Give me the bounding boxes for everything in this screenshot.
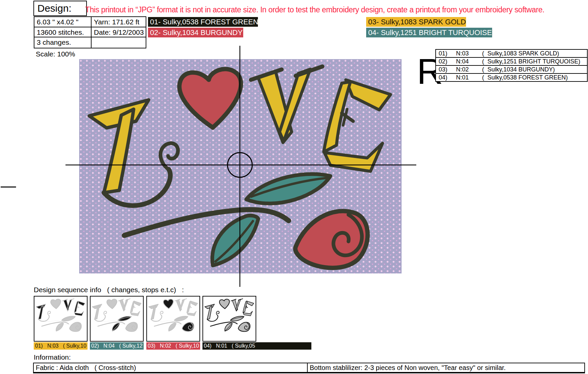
step-label-forest-green: 04) N:01 ( Sulky,05 [202, 342, 311, 350]
sequence-thumbnail-3 [146, 296, 200, 342]
stat-stitches: 13600 stitches. [34, 27, 92, 38]
sequence-thumbnail-2 [90, 296, 144, 342]
sequence-thread: ( Sulky,1083 SPARK GOLD) [482, 50, 587, 57]
sequence-thumbnail-1 [34, 296, 88, 342]
thread-bar-forest-green: 01- Sulky,0538 FOREST GREEN [148, 17, 258, 27]
stat-empty [92, 37, 146, 48]
sequence-needle: N:04 [456, 58, 482, 65]
thumbnail-stage-4-art [203, 298, 256, 337]
sequence-needle: N:03 [456, 50, 482, 57]
stat-date: Date: 9/12/2003 [92, 27, 146, 38]
sequence-row: 01) N:03 ( Sulky,1083 SPARK GOLD) [436, 50, 587, 58]
thumbnail-stage-3-art [147, 298, 199, 337]
stat-changes: 3 changes. [34, 37, 92, 48]
design-stats-table: 6.03 " x4.02 " Yarn: 171.62 ft 13600 sti… [34, 16, 146, 48]
embroidery-preview [79, 59, 402, 273]
design-title-box: Design: [33, 1, 87, 16]
thumbnail-stage-1-art [34, 298, 87, 337]
thumbnail-stage-2-art [91, 298, 143, 337]
design-sequence-info-label: Design sequence info ( changes, stops e.… [34, 286, 184, 294]
information-table: Fabric : Aida cloth ( Cross-stitch) Bott… [33, 363, 585, 373]
sequence-num: 04) [436, 74, 456, 81]
fabric-info: Fabric : Aida cloth ( Cross-stitch) [34, 363, 308, 372]
thread-bar-spark-gold: 03- Sulky,1083 SPARK GOLD [366, 17, 466, 27]
stat-yarn: Yarn: 171.62 ft [92, 17, 146, 27]
love-design-main [79, 59, 402, 273]
design-title: Design: [37, 3, 71, 14]
sequence-num: 02) [436, 58, 456, 65]
stat-size: 6.03 " x4.02 " [34, 17, 92, 27]
sequence-num: 03) [436, 66, 456, 73]
step-label-burgundy: 03) N:02 ( Sulky,10 [146, 342, 200, 350]
sequence-needle: N:01 [456, 74, 482, 81]
step-label-spark-gold: 01) N:03 ( Sulky,10 [34, 342, 88, 350]
scale-label: Scale: 100% [36, 50, 75, 58]
thread-bar-bright-turquoise: 04- Sulky,1251 BRIGHT TURQUOISE [366, 28, 492, 37]
embroidery-printout-page: Design: This printout in “JPG” format it… [0, 0, 588, 374]
sequence-num: 01) [436, 50, 456, 57]
sequence-thread: ( Sulky,1251 BRIGHT TURQUOISE) [482, 58, 587, 65]
step-label-turquoise: 02) N:04 ( Sulky,12 [90, 342, 144, 350]
color-sequence-table: 01) N:03 ( Sulky,1083 SPARK GOLD) 02) N:… [435, 49, 588, 82]
information-label: Information: [34, 353, 71, 361]
sequence-row: 02) N:04 ( Sulky,1251 BRIGHT TURQUOISE) [436, 58, 587, 66]
sequence-thumbnail-4 [202, 296, 256, 342]
sequence-row: 04) N:01 ( Sulky,0538 FOREST GREEN) [436, 74, 587, 81]
sequence-row: 03) N:02 ( Sulky,1034 BURGUNDY) [436, 66, 587, 74]
sequence-needle: N:02 [456, 66, 482, 73]
jpg-warning-text: This printout in “JPG” format it is not … [85, 5, 545, 14]
stabilizer-info: Bottom stablilizer: 2-3 pieces of Non wo… [308, 363, 584, 372]
thread-bar-burgundy: 02- Sulky,1034 BURGUNDY [148, 28, 243, 37]
sequence-thread: ( Sulky,0538 FOREST GREEN) [482, 74, 587, 81]
sequence-thread: ( Sulky,1034 BURGUNDY) [482, 66, 587, 73]
